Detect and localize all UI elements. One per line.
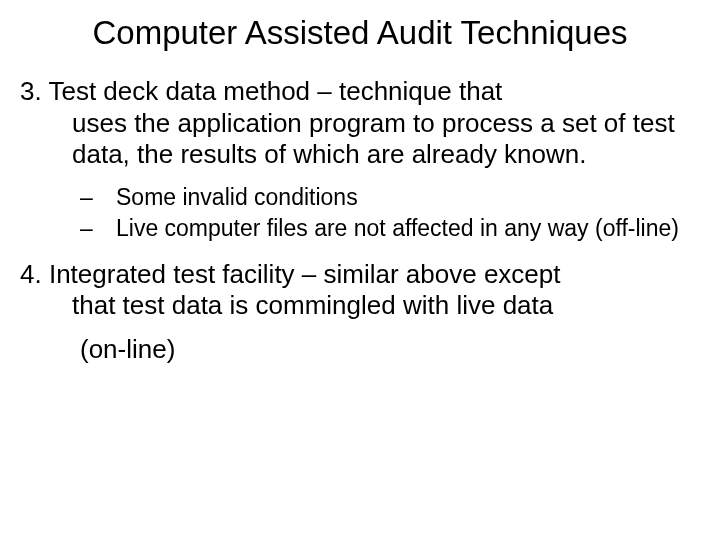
item-text-tail: (on-line) [80,334,700,366]
item-number: 3. [20,76,42,106]
sublist: – Some invalid conditions – Live compute… [76,183,700,243]
dash-icon: – [76,214,116,243]
sub-item-text: Live computer files are not affected in … [116,214,700,243]
item-number: 4. [20,259,42,289]
item-text: Integrated test facility – similar above… [49,259,561,289]
sub-item-text: Some invalid conditions [116,183,700,212]
slide-title: Computer Assisted Audit Techniques [20,14,700,52]
sub-item: – Some invalid conditions [76,183,700,212]
item-text: Test deck data method – technique that [48,76,502,106]
list-item-3: 3. Test deck data method – technique tha… [20,76,700,171]
item-text-cont: that test data is commingled with live d… [72,290,553,320]
list-item-4: 4. Integrated test facility – similar ab… [20,259,700,322]
dash-icon: – [76,183,116,212]
item-text-cont: uses the application program to process … [72,108,700,171]
sub-item: – Live computer files are not affected i… [76,214,700,243]
